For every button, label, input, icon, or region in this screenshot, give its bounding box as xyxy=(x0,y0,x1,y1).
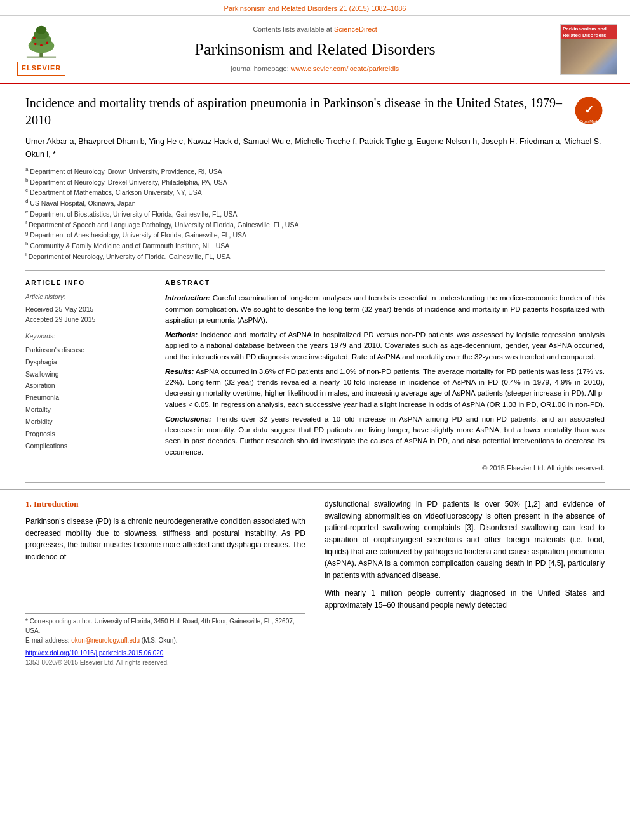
accepted-date: Accepted 29 June 2015 xyxy=(25,315,143,325)
copyright-text: © 2015 Elsevier Ltd. All rights reserved… xyxy=(165,463,605,474)
affiliation-e: e Department of Biostatistics, Universit… xyxy=(25,208,605,219)
affiliation-c: c Department of Mathematics, Clarkson Un… xyxy=(25,187,605,197)
keyword-complications: Complications xyxy=(25,440,143,452)
affiliation-f: f Department of Speech and Language Path… xyxy=(25,219,605,230)
article-history-label: Article history: xyxy=(25,293,143,302)
keyword-pd: Parkinson's disease xyxy=(25,344,143,356)
keyword-dysphagia: Dysphagia xyxy=(25,356,143,368)
svg-text:✓: ✓ xyxy=(584,103,594,116)
affiliation-a: a Department of Neurology, Brown Univers… xyxy=(25,166,605,177)
journal-title-area: Contents lists available at ScienceDirec… xyxy=(83,21,547,78)
svg-point-7 xyxy=(40,44,43,46)
article-info-panel: ARTICLE INFO Article history: Received 2… xyxy=(25,279,152,474)
keyword-morbidity: Morbidity xyxy=(25,416,143,428)
abstract-panel: ABSTRACT Introduction: Careful examinati… xyxy=(165,279,605,474)
cover-image-placeholder xyxy=(561,39,617,74)
abstract-intro: Introduction: Careful examination of lon… xyxy=(165,293,605,326)
abstract-results-label: Results: xyxy=(165,368,194,375)
affiliation-b: b Department of Neurology, Drexel Univer… xyxy=(25,177,605,187)
contents-available-text: Contents lists available at ScienceDirec… xyxy=(253,25,377,35)
abstract-title: ABSTRACT xyxy=(165,279,605,288)
abstract-intro-label: Introduction: xyxy=(165,294,210,302)
intro-left-col: 1. Introduction Parkinson's disease (PD)… xyxy=(25,498,305,667)
affiliation-i: i Department of Neurology, University of… xyxy=(25,251,605,262)
svg-point-8 xyxy=(33,37,36,39)
doi-link[interactable]: http://dx.doi.org/10.1016/j.parkreldis.2… xyxy=(25,650,163,657)
keywords-list: Parkinson's disease Dysphagia Swallowing… xyxy=(25,344,143,452)
journal-title: Parkinsonism and Related Disorders xyxy=(194,37,435,62)
affiliation-g: g Department of Anesthesiology, Universi… xyxy=(25,229,605,240)
article-info-abstract-section: ARTICLE INFO Article history: Received 2… xyxy=(25,270,605,474)
article-info-title: ARTICLE INFO xyxy=(25,279,143,288)
elsevier-wordmark: ELSEVIER xyxy=(17,62,65,76)
introduction-two-col: 1. Introduction Parkinson's disease (PD)… xyxy=(0,498,630,667)
article-title-row: Incidence and mortality trends of aspira… xyxy=(25,95,605,129)
abstract-methods-label: Methods: xyxy=(165,331,198,338)
crossmark-icon: ✓ CrossMark xyxy=(573,95,605,126)
keyword-aspiration: Aspiration xyxy=(25,380,143,392)
cover-title-text: Parkinsonism and Related Disorders xyxy=(561,25,617,39)
article-content-area: Incidence and mortality trends of aspira… xyxy=(0,84,630,473)
intro-paragraph-3: With nearly 1 million people currently d… xyxy=(325,587,605,611)
journal-homepage-link[interactable]: www.elsevier.com/locate/parkreldis xyxy=(291,65,399,72)
svg-text:CrossMark: CrossMark xyxy=(579,119,598,123)
keyword-mortality: Mortality xyxy=(25,404,143,416)
abstract-conclusions: Conclusions: Trends over 32 years reveal… xyxy=(165,414,605,458)
introduction-section: 1. Introduction Parkinson's disease (PD)… xyxy=(0,489,630,667)
sciencedirect-link[interactable]: ScienceDirect xyxy=(334,25,377,33)
elsevier-tree-icon xyxy=(16,23,67,62)
received-date: Received 25 May 2015 xyxy=(25,305,143,315)
corresponding-author: * Corresponding author. University of Fl… xyxy=(25,617,305,636)
page: Parkinsonism and Related Disorders 21 (2… xyxy=(0,0,630,840)
journal-citation: Parkinsonism and Related Disorders 21 (2… xyxy=(0,0,630,15)
journal-cover-image: Parkinsonism and Related Disorders xyxy=(560,24,617,75)
affiliation-d: d US Naval Hospital, Okinawa, Japan xyxy=(25,197,605,208)
keyword-swallowing: Swallowing xyxy=(25,368,143,380)
elsevier-logo-area: ELSEVIER xyxy=(0,21,83,78)
authors-list: Umer Akbar a, Bhavpreet Dham b, Ying He … xyxy=(25,135,605,161)
svg-point-4 xyxy=(36,26,47,34)
intro-paragraph-2: dysfunctional swallowing in PD patients … xyxy=(325,498,605,581)
svg-point-6 xyxy=(46,42,48,44)
keywords-label: Keywords: xyxy=(25,332,143,342)
abstract-results: Results: AsPNA occurred in 3.6% of PD pa… xyxy=(165,366,605,410)
intro-heading: 1. Introduction xyxy=(25,498,305,510)
abstract-text: Introduction: Careful examination of lon… xyxy=(165,293,605,473)
issn-line: 1353-8020/© 2015 Elsevier Ltd. All right… xyxy=(25,658,305,668)
intro-right-col: dysfunctional swallowing in PD patients … xyxy=(325,498,605,667)
journal-cover-area: Parkinsonism and Related Disorders xyxy=(547,21,630,78)
abstract-methods: Methods: Incidence and mortality of AsPN… xyxy=(165,330,605,363)
email-line: E-mail address: okun@neurology.ufl.edu (… xyxy=(25,636,305,645)
svg-rect-9 xyxy=(27,57,56,58)
citation-text: Parkinsonism and Related Disorders 21 (2… xyxy=(224,4,406,12)
affiliation-h: h Community & Family Medicine and of Dar… xyxy=(25,240,605,251)
affiliations-list: a Department of Neurology, Brown Univers… xyxy=(25,166,605,262)
doi-line: http://dx.doi.org/10.1016/j.parkreldis.2… xyxy=(25,649,305,658)
intro-paragraph-1: Parkinson's disease (PD) is a chronic ne… xyxy=(25,516,305,563)
keyword-pneumonia: Pneumonia xyxy=(25,392,143,404)
article-title: Incidence and mortality trends of aspira… xyxy=(25,95,566,129)
section-divider xyxy=(25,482,605,483)
footnote-section: * Corresponding author. University of Fl… xyxy=(25,613,305,667)
journal-header: ELSEVIER Contents lists available at Sci… xyxy=(0,15,630,84)
email-link[interactable]: okun@neurology.ufl.edu xyxy=(71,637,140,644)
svg-point-5 xyxy=(34,43,37,45)
abstract-conclusions-label: Conclusions: xyxy=(165,415,211,423)
journal-homepage-line: journal homepage: www.elsevier.com/locat… xyxy=(231,64,399,74)
keyword-prognosis: Prognosis xyxy=(25,428,143,440)
